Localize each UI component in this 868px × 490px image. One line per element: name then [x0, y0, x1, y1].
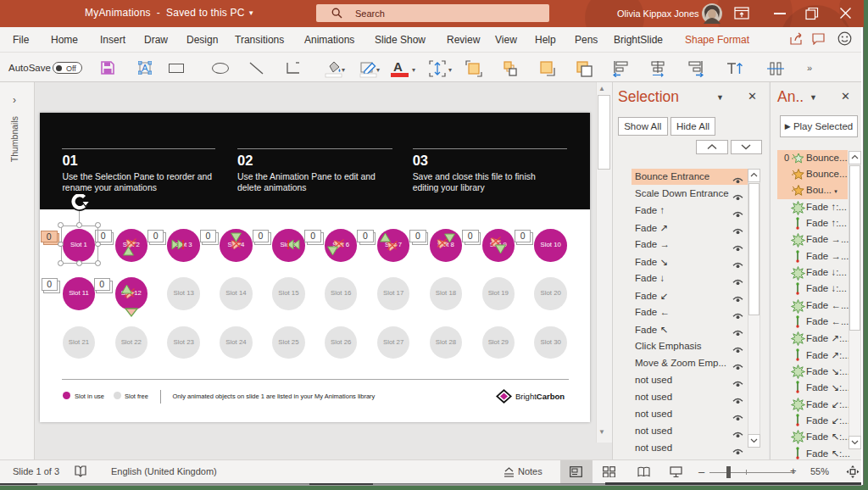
svg-text:A: A: [142, 63, 148, 73]
